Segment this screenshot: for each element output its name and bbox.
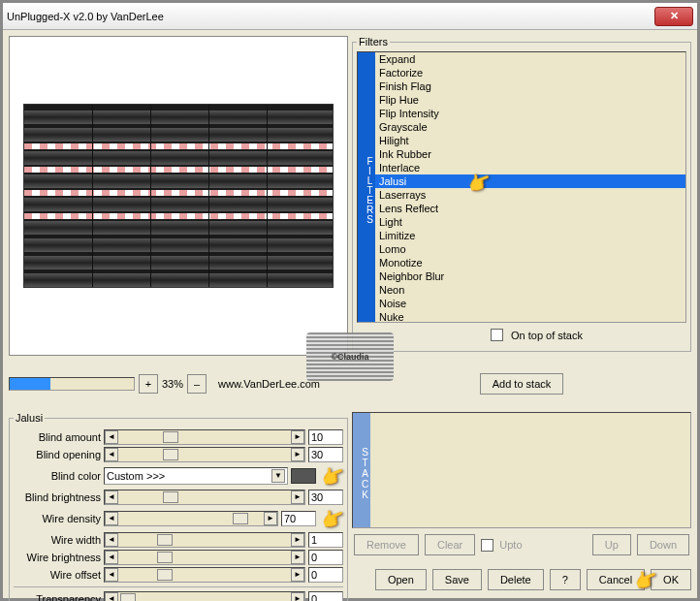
params-legend: Jalusi <box>14 412 45 424</box>
filter-item[interactable]: Laserrays <box>375 188 685 202</box>
on-top-checkbox[interactable] <box>491 329 503 341</box>
filter-item[interactable]: Nuke <box>375 310 685 322</box>
transparency-label: Transparency <box>14 593 101 601</box>
filter-item[interactable]: Flip Hue <box>375 93 685 107</box>
right-arrow-icon[interactable]: ► <box>291 533 304 547</box>
filter-item[interactable]: Neighbor Blur <box>375 269 685 283</box>
right-arrow-icon[interactable]: ► <box>291 568 304 582</box>
stack-tab: STACK <box>353 413 370 527</box>
chevron-down-icon[interactable]: ▼ <box>271 469 285 483</box>
param-label: Blind amount <box>14 431 101 443</box>
zoom-bar: + 33% – www.VanDerLee.com <box>9 360 348 408</box>
param-slider[interactable]: ◄► <box>104 447 305 462</box>
right-arrow-icon[interactable]: ► <box>291 592 304 601</box>
down-button[interactable]: Down <box>637 534 689 555</box>
pointer-icon: 👉 <box>318 503 349 533</box>
param-label: Wire density <box>14 513 101 524</box>
filter-item[interactable]: Limitize <box>375 229 685 242</box>
filter-item[interactable]: Flip Intensity <box>375 107 685 120</box>
right-arrow-icon[interactable]: ► <box>291 551 304 564</box>
zoom-in-button[interactable]: + <box>139 374 158 394</box>
clear-button[interactable]: Clear <box>425 534 475 555</box>
param-value[interactable] <box>308 447 343 462</box>
param-label: Wire width <box>14 534 101 546</box>
param-label: Blind color <box>14 470 101 482</box>
preview-pane <box>9 36 348 356</box>
filter-item[interactable]: Factorize <box>375 66 685 79</box>
param-value[interactable] <box>308 429 343 445</box>
zoom-progress <box>9 377 135 391</box>
param-label: Blind opening <box>14 449 101 460</box>
stack-items[interactable] <box>370 413 690 527</box>
remove-button[interactable]: Remove <box>354 534 419 555</box>
param-value[interactable] <box>308 567 343 583</box>
param-value[interactable] <box>308 550 343 565</box>
filter-item[interactable]: Interlace <box>375 161 685 174</box>
help-button[interactable]: ? <box>550 569 581 590</box>
upto-label: Upto <box>499 539 522 551</box>
param-slider[interactable]: ◄► <box>104 490 305 505</box>
param-value[interactable] <box>308 490 343 505</box>
param-slider[interactable]: ◄► <box>104 532 305 548</box>
delete-button[interactable]: Delete <box>488 569 544 590</box>
right-arrow-icon[interactable]: ► <box>291 490 304 504</box>
titlebar: UnPlugged-X v2.0 by VanDerLee ✕ <box>3 3 697 30</box>
param-slider[interactable]: ◄► <box>104 511 278 526</box>
on-top-label: On top of stack <box>511 330 583 341</box>
filter-item[interactable]: Noise <box>375 297 685 310</box>
param-slider[interactable]: ◄► <box>104 567 305 583</box>
right-arrow-icon[interactable]: ► <box>291 430 304 444</box>
zoom-value: 33% <box>162 378 183 390</box>
filter-item[interactable]: Expand <box>375 52 685 66</box>
param-value[interactable] <box>281 511 316 526</box>
params-fieldset: Jalusi Blind amount◄►Blind opening◄►Blin… <box>9 412 348 601</box>
transparency-slider[interactable]: ◄ ► <box>104 591 305 601</box>
left-arrow-icon[interactable]: ◄ <box>105 533 118 547</box>
open-button[interactable]: Open <box>375 569 427 590</box>
upto-checkbox[interactable] <box>481 539 493 552</box>
param-label: Wire offset <box>14 569 101 581</box>
ok-button[interactable]: OK👉 <box>651 569 691 590</box>
left-arrow-icon[interactable]: ◄ <box>105 551 118 564</box>
filter-item[interactable]: Neon <box>375 283 685 297</box>
left-arrow-icon[interactable]: ◄ <box>105 490 118 504</box>
filters-legend: Filters <box>357 36 390 47</box>
preview-image <box>23 104 334 288</box>
blind-color-combo[interactable]: Custom >>>▼ <box>104 467 288 485</box>
zoom-out-button[interactable]: – <box>187 374 207 394</box>
filter-item[interactable]: Jalusi👉 <box>375 174 685 188</box>
cancel-button[interactable]: Cancel <box>587 569 645 590</box>
save-button[interactable]: Save <box>432 569 482 590</box>
left-arrow-icon[interactable]: ◄ <box>105 430 118 444</box>
right-arrow-icon[interactable]: ► <box>291 448 304 461</box>
filter-item[interactable]: Grayscale <box>375 120 685 134</box>
param-label: Blind brightness <box>14 491 101 503</box>
filter-item[interactable]: Light <box>375 215 685 229</box>
filter-item[interactable]: Ink Rubber <box>375 147 685 161</box>
left-arrow-icon[interactable]: ◄ <box>105 512 118 525</box>
filter-item[interactable]: Monotize <box>375 256 685 269</box>
filter-item[interactable]: Finish Flag <box>375 79 685 93</box>
left-arrow-icon[interactable]: ◄ <box>105 592 118 601</box>
filters-tab: FILTERS <box>358 52 375 322</box>
pointer-icon: 👉 <box>318 460 349 490</box>
vendor-url: www.VanDerLee.com <box>218 378 320 390</box>
filters-listbox[interactable]: ExpandFactorizeFinish FlagFlip HueFlip I… <box>375 52 685 322</box>
close-button[interactable]: ✕ <box>654 7 693 26</box>
window-title: UnPlugged-X v2.0 by VanDerLee <box>7 11 164 22</box>
left-arrow-icon[interactable]: ◄ <box>105 448 118 461</box>
color-swatch[interactable] <box>291 468 316 484</box>
param-label: Wire brightness <box>14 552 101 563</box>
filters-fieldset: Filters FILTERS ExpandFactorizeFinish Fl… <box>352 36 691 352</box>
right-arrow-icon[interactable]: ► <box>264 512 277 525</box>
param-slider[interactable]: ◄► <box>104 429 305 445</box>
filter-item[interactable]: Lomo <box>375 242 685 256</box>
left-arrow-icon[interactable]: ◄ <box>105 568 118 582</box>
add-to-stack-button[interactable]: Add to stack <box>480 373 564 395</box>
filter-item[interactable]: Hilight <box>375 134 685 147</box>
transparency-value[interactable] <box>308 591 343 601</box>
filter-item[interactable]: Lens Reflect <box>375 202 685 215</box>
param-value[interactable] <box>308 532 343 548</box>
param-slider[interactable]: ◄► <box>104 550 305 565</box>
up-button[interactable]: Up <box>592 534 631 555</box>
